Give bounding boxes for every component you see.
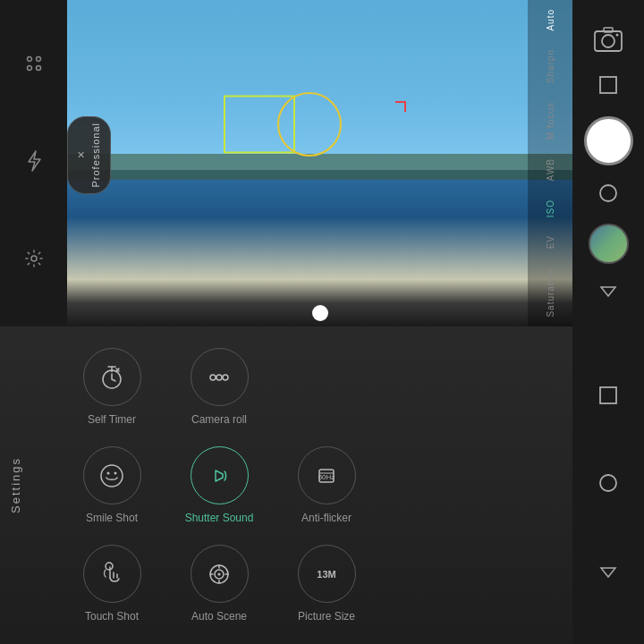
picture-size-item[interactable]: 13M Picture Size [273,535,380,633]
shutter-sound-label: Shutter Sound [185,512,254,524]
svg-rect-7 [604,28,613,32]
smile-shot-label: Smile Shot [86,512,138,524]
bottom-circle-icon[interactable] [598,473,618,496]
anti-flicker-icon: 60Hz [298,446,356,504]
anti-flicker-item[interactable]: 60Hz Anti-flicker [273,436,380,535]
square-icon[interactable] [598,75,618,99]
camera-roll-item[interactable]: Camera roll [165,338,273,436]
picture-size-label: Picture Size [298,610,355,623]
svg-point-16 [101,465,123,487]
camera-roll-label: Camera roll [191,413,247,426]
camera-icon[interactable] [592,22,624,58]
svg-point-28 [600,475,616,491]
svg-point-8 [616,33,619,36]
right-panel [572,0,644,326]
triangle-icon[interactable] [598,281,618,304]
svg-point-3 [36,66,40,71]
flash-icon[interactable] [25,149,43,177]
svg-point-4 [31,256,37,261]
shutter-sound-item[interactable]: Shutter Sound [165,436,273,535]
auto-scene-icon [191,545,249,603]
anti-flicker-label: Anti-flicker [301,512,352,524]
svg-rect-9 [600,77,616,93]
svg-point-0 [27,57,31,62]
svg-point-2 [27,66,31,71]
svg-point-1 [36,57,40,62]
settings-icons-grid: Self Timer Camera roll [58,338,380,633]
mfocus-label[interactable]: M focus [546,102,555,140]
touch-shot-item[interactable]: Touch Shot [58,535,165,633]
svg-rect-27 [600,387,616,403]
svg-point-25 [218,572,221,575]
sharpness-label: Sharpn [546,49,555,83]
svg-point-18 [114,471,117,474]
awb-label[interactable]: AWB [546,158,555,181]
bottom-panel: Settings Self Timer [0,326,572,644]
svg-point-6 [602,35,614,47]
svg-point-13 [210,375,216,380]
apps-icon[interactable] [24,54,44,78]
touch-shot-icon [83,545,141,603]
professional-label: Professional [90,123,101,188]
self-timer-label: Self Timer [88,413,136,426]
empty-cell-1 [273,338,380,436]
camera-viewfinder [67,0,572,326]
camera-roll-icon [191,348,249,406]
touch-shot-label: Touch Shot [85,610,139,623]
bottom-square-icon[interactable] [598,386,618,409]
shutter-sound-icon [191,446,249,504]
bottom-triangle-icon[interactable] [598,562,618,585]
parameter-panel: Auto Sharpn M focus AWB ISO EV Saturatio… [528,0,572,326]
picture-size-icon: 13M [298,545,356,603]
auto-label: Auto [546,9,555,31]
auto-scene-label: Auto Scene [191,610,247,623]
svg-point-22 [106,563,113,570]
focus-circle [277,92,342,157]
ev-label[interactable]: EV [546,235,555,249]
shutter-button[interactable] [584,116,633,165]
svg-marker-19 [216,470,223,481]
svg-text:60Hz: 60Hz [318,473,335,481]
self-timer-item[interactable]: Self Timer [58,338,165,436]
svg-point-14 [216,375,222,380]
gear-icon[interactable] [24,249,44,273]
focus-red-corner [395,101,406,112]
smile-shot-item[interactable]: Smile Shot [58,436,165,535]
auto-scene-item[interactable]: Auto Scene [165,535,273,633]
svg-point-17 [107,471,110,474]
svg-point-15 [223,375,228,380]
professional-close[interactable]: ✕ [77,149,85,161]
left-sidebar [0,0,67,326]
professional-pill[interactable]: ✕ Professional [67,116,111,194]
svg-point-10 [600,185,616,201]
bottom-right-panel [572,326,644,644]
saturation-label[interactable]: Saturation [546,267,555,318]
settings-label: Settings [0,457,40,513]
smile-shot-icon [83,446,141,504]
iso-label[interactable]: ISO [546,199,555,217]
self-timer-icon [83,348,141,406]
svg-text:13M: 13M [317,569,335,580]
thumbnail[interactable] [589,224,629,264]
drag-handle[interactable] [312,305,328,321]
circle-icon[interactable] [598,183,618,207]
